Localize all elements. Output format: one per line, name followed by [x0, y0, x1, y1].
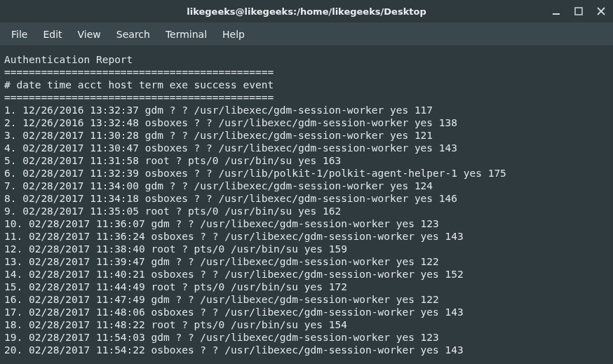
terminal-window: likegeeks@likegeeks:/home/likegeeks/Desk… — [0, 0, 613, 364]
report-row: 10. 02/28/2017 11:36:07 gdm ? ? /usr/lib… — [4, 217, 609, 230]
report-separator: ========================================… — [4, 66, 609, 79]
close-button[interactable] — [595, 5, 607, 18]
menu-terminal[interactable]: Terminal — [159, 26, 214, 43]
report-row: 14. 02/28/2017 11:40:21 osboxes ? ? /usr… — [4, 268, 609, 281]
report-row: 8. 02/28/2017 11:34:18 osboxes ? ? /usr/… — [4, 192, 609, 205]
report-row: 4. 02/28/2017 11:30:47 osboxes ? ? /usr/… — [4, 142, 609, 154]
report-row: 18. 02/28/2017 11:48:22 root ? pts/0 /us… — [4, 318, 609, 331]
report-row: 19. 02/28/2017 11:54:03 gdm ? ? /usr/lib… — [4, 331, 609, 344]
report-separator: ========================================… — [4, 91, 609, 104]
report-row: 6. 02/28/2017 11:32:39 osboxes ? ? /usr/… — [4, 167, 609, 180]
close-icon — [597, 7, 605, 15]
menubar: File Edit View Search Terminal Help — [0, 22, 613, 46]
report-row: 15. 02/28/2017 11:44:49 root ? pts/0 /us… — [4, 281, 609, 293]
report-title: Authentication Report — [4, 53, 609, 66]
titlebar: likegeeks@likegeeks:/home/likegeeks/Desk… — [0, 0, 613, 22]
menu-edit[interactable]: Edit — [36, 26, 69, 43]
svg-rect-0 — [553, 13, 560, 15]
report-row: 1. 12/26/2016 13:32:37 gdm ? ? /usr/libe… — [4, 104, 609, 116]
report-row: 9. 02/28/2017 11:35:05 root ? pts/0 /usr… — [4, 205, 609, 217]
report-row: 11. 02/28/2017 11:36:24 osboxes ? ? /usr… — [4, 230, 609, 243]
maximize-button[interactable] — [572, 5, 585, 18]
window-controls — [550, 0, 607, 22]
minimize-icon — [552, 7, 560, 15]
menu-file[interactable]: File — [4, 26, 34, 43]
report-row: 17. 02/28/2017 11:48:06 osboxes ? ? /usr… — [4, 306, 609, 318]
menu-search[interactable]: Search — [109, 26, 157, 43]
report-row: 12. 02/28/2017 11:38:40 root ? pts/0 /us… — [4, 243, 609, 255]
report-row: 7. 02/28/2017 11:34:00 gdm ? ? /usr/libe… — [4, 180, 609, 192]
terminal-output[interactable]: Authentication Report===================… — [0, 46, 613, 364]
report-row: 2. 12/26/2016 13:32:48 osboxes ? ? /usr/… — [4, 116, 609, 129]
minimize-button[interactable] — [550, 5, 563, 18]
svg-rect-1 — [575, 8, 582, 15]
report-row: 16. 02/28/2017 11:47:49 gdm ? ? /usr/lib… — [4, 293, 609, 306]
report-row: 3. 02/28/2017 11:30:28 gdm ? ? /usr/libe… — [4, 129, 609, 142]
window-title: likegeeks@likegeeks:/home/likegeeks/Desk… — [187, 6, 426, 17]
menu-view[interactable]: View — [71, 26, 108, 43]
maximize-icon — [574, 7, 583, 15]
menu-help[interactable]: Help — [215, 26, 252, 43]
report-header: # date time acct host term exe success e… — [4, 79, 609, 91]
report-row: 5. 02/28/2017 11:31:58 root ? pts/0 /usr… — [4, 154, 609, 167]
report-row: 20. 02/28/2017 11:54:22 osboxes ? ? /usr… — [4, 344, 609, 356]
report-row: 13. 02/28/2017 11:39:47 gdm ? ? /usr/lib… — [4, 255, 609, 268]
